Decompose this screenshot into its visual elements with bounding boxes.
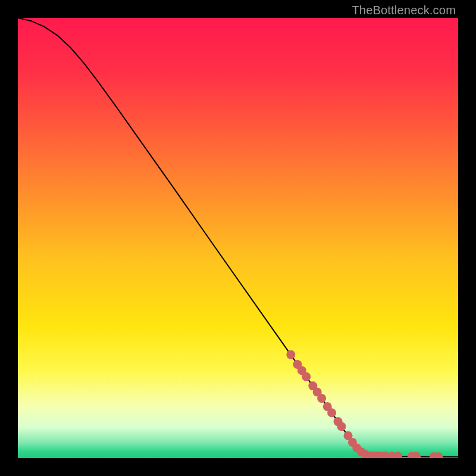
highlight-marker	[337, 422, 346, 431]
highlight-marker	[317, 394, 326, 403]
chart-frame	[18, 18, 458, 458]
chart-background	[18, 18, 458, 458]
watermark-text: TheBottleneck.com	[352, 4, 456, 17]
chart-svg	[18, 18, 458, 458]
highlight-marker	[302, 372, 311, 381]
highlight-marker	[286, 350, 295, 359]
highlight-marker	[327, 408, 336, 417]
